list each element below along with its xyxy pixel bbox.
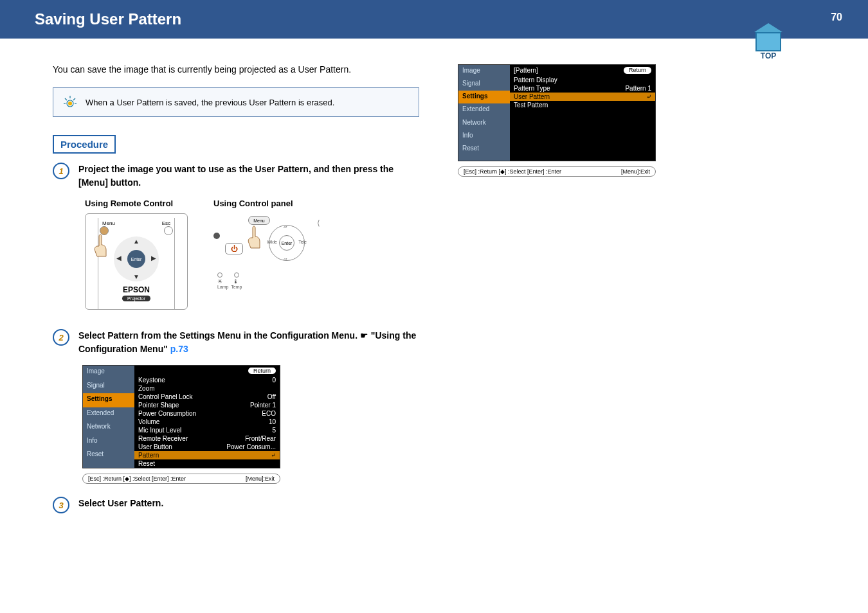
step-number-2: 2 xyxy=(53,329,69,346)
osd-menu-row[interactable]: Zoom xyxy=(134,384,280,393)
step-3: 3 Select User Pattern. xyxy=(53,497,419,513)
remote-brand: EPSON xyxy=(123,285,150,294)
pointing-hand-icon xyxy=(246,225,262,251)
intro-text: You can save the image that is currently… xyxy=(53,64,419,75)
page-header: Saving User Pattern xyxy=(0,0,868,39)
panel-menu-button[interactable]: Menu xyxy=(248,216,270,225)
page-title: Saving User Pattern xyxy=(35,10,181,28)
remote-menu-button[interactable] xyxy=(100,226,109,235)
step-1-text: Project the image you want to use as the… xyxy=(78,163,419,190)
remote-dpad[interactable]: ▲ ▼ ◀ ▶ Enter xyxy=(114,236,159,281)
osd-sidebar-item[interactable]: Signal xyxy=(83,380,134,394)
top-logo[interactable]: TOP xyxy=(752,23,784,55)
osd-menu-row[interactable]: Mic Input Level5 xyxy=(134,426,280,434)
remote-projector-label: Projector xyxy=(122,296,150,301)
svg-point-6 xyxy=(68,102,72,105)
control-panel: Menu ⏻ ▱ ▱ Wide Tele Enter ⟨ ☀ xyxy=(213,213,329,290)
osd-menu-row[interactable]: Pattern⤶ xyxy=(134,451,280,459)
procedure-label: Procedure xyxy=(53,135,116,154)
panel-diagram: Using Control panel Menu ⏻ ▱ ▱ Wide Tele… xyxy=(213,199,329,310)
osd-sidebar-item[interactable]: Info xyxy=(83,435,134,449)
right-column: Image [Pattern] Return Pattern DisplayPa… xyxy=(458,64,824,522)
osd-menu-row[interactable]: User ButtonPower Consum... xyxy=(134,443,280,451)
panel-title: Using Control panel xyxy=(213,199,329,208)
remote-diagram: Using Remote Control Menu Esc ▲ xyxy=(85,199,188,310)
osd-menu-row[interactable]: Pointer ShapePointer 1 xyxy=(134,401,280,409)
top-logo-label: TOP xyxy=(752,51,784,60)
osd-sidebar-item[interactable]: Extended xyxy=(458,103,510,116)
step-number-3: 3 xyxy=(53,497,69,513)
note-box: When a User Pattern is saved, the previo… xyxy=(53,87,419,117)
remote-title: Using Remote Control xyxy=(85,199,188,208)
osd-header: [Pattern] xyxy=(514,67,538,74)
osd-screenshot-2: Image [Pattern] Return Pattern DisplayPa… xyxy=(458,64,824,177)
osd-sidebar-item[interactable]: Image xyxy=(458,65,510,78)
osd-screenshot-1: Image Return Keystone0ZoomControl Panel … xyxy=(82,365,419,484)
osd-menu-row[interactable]: Volume10 xyxy=(134,418,280,426)
panel-enter-button[interactable]: Enter xyxy=(279,235,294,251)
osd-return-button[interactable]: Return xyxy=(624,67,651,74)
lightbulb-icon xyxy=(62,94,78,110)
osd-menu-row[interactable]: Remote ReceiverFront/Rear xyxy=(134,434,280,443)
osd-sidebar-item[interactable]: Info xyxy=(458,130,510,143)
osd-menu-row[interactable]: Reset xyxy=(134,459,280,468)
osd-footer: [Esc] :Return [◆] :Select [Enter] :Enter… xyxy=(82,474,280,484)
note-text: When a User Pattern is saved, the previo… xyxy=(86,98,334,107)
osd-menu-row[interactable]: Power ConsumptionECO xyxy=(134,409,280,418)
remote-control: Menu Esc ▲ ▼ ◀ ▶ Enter xyxy=(85,213,188,310)
osd-menu-row[interactable]: User Pattern⤶ xyxy=(510,93,655,101)
osd-sidebar-item[interactable]: Network xyxy=(83,421,134,435)
panel-nav-ring[interactable]: ▱ ▱ Wide Tele Enter xyxy=(269,225,305,261)
page-link[interactable]: p.73 xyxy=(170,344,188,354)
osd-sidebar-item[interactable]: Reset xyxy=(83,449,134,463)
pointing-hand-icon: ☛ xyxy=(360,330,371,341)
diagrams-row: Using Remote Control Menu Esc ▲ xyxy=(85,199,419,310)
osd-menu-row[interactable]: Pattern TypePattern 1 xyxy=(510,84,655,93)
osd-footer: [Esc] :Return [◆] :Select [Enter] :Enter… xyxy=(458,166,656,177)
step-2-text: Select Pattern from the Settings Menu in… xyxy=(78,329,419,356)
step-3-text: Select User Pattern. xyxy=(78,497,163,513)
osd-sidebar-item[interactable]: Settings xyxy=(83,393,134,407)
osd-sidebar-item[interactable]: Extended xyxy=(83,407,134,422)
step-2: 2 Select Pattern from the Settings Menu … xyxy=(53,329,419,356)
osd-sidebar-item[interactable]: Image xyxy=(83,366,134,380)
osd-sidebar-item[interactable]: Signal xyxy=(458,78,510,91)
remote-menu-label: Menu xyxy=(102,220,115,226)
panel-power-button[interactable]: ⏻ xyxy=(225,243,243,254)
remote-enter-button[interactable]: Enter xyxy=(127,250,145,268)
panel-lamp-label: Lamp xyxy=(217,285,229,289)
svg-line-2 xyxy=(65,98,67,100)
step-number-1: 1 xyxy=(53,163,69,179)
osd-sidebar-item[interactable]: Reset xyxy=(458,143,510,155)
remote-esc-button[interactable] xyxy=(164,226,173,235)
page-number: 70 xyxy=(831,12,842,23)
osd-return-button[interactable]: Return xyxy=(248,368,276,374)
svg-line-3 xyxy=(73,98,75,100)
remote-esc-label: Esc xyxy=(162,220,170,226)
osd-menu-row[interactable]: Test Pattern xyxy=(510,101,655,109)
step-1: 1 Project the image you want to use as t… xyxy=(53,163,419,190)
panel-temp-label: Temp xyxy=(231,285,242,289)
osd-sidebar-item[interactable]: Network xyxy=(458,117,510,130)
osd-menu-row[interactable]: Pattern Display xyxy=(510,76,655,84)
panel-indicator xyxy=(213,233,220,239)
osd-menu-row[interactable]: Keystone0 xyxy=(134,376,280,384)
osd-menu-row[interactable]: Control Panel LockOff xyxy=(134,393,280,401)
osd-sidebar-item[interactable]: Settings xyxy=(458,91,510,103)
left-column: You can save the image that is currently… xyxy=(53,64,419,522)
